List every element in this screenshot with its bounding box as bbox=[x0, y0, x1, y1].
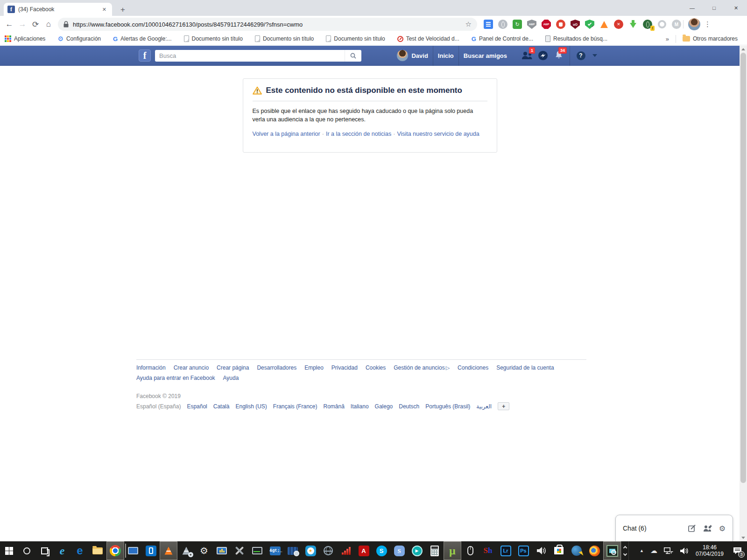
download-arrow-extension-icon[interactable] bbox=[628, 20, 638, 29]
footer-link[interactable]: Ayuda para entrar en Facebook bbox=[136, 375, 215, 381]
taskbar-speaker-app[interactable] bbox=[532, 541, 550, 560]
taskbar-your-phone[interactable] bbox=[142, 541, 160, 560]
taskbar-microsoft-store[interactable] bbox=[550, 541, 568, 560]
network-icon[interactable] bbox=[661, 541, 677, 560]
messenger-button[interactable] bbox=[535, 46, 551, 65]
language-link[interactable]: Català bbox=[213, 403, 230, 410]
language-link[interactable]: العربية bbox=[476, 403, 492, 410]
taskbar-firefox[interactable] bbox=[585, 541, 603, 560]
language-link[interactable]: Română bbox=[324, 403, 345, 410]
friend-requests-button[interactable]: 1 bbox=[519, 46, 535, 65]
taskbar-lightroom[interactable]: Lr bbox=[497, 541, 514, 560]
translate-extension-icon[interactable] bbox=[484, 20, 493, 29]
scrollbar-thumb[interactable] bbox=[740, 53, 746, 483]
taskbar-scroll[interactable] bbox=[621, 541, 629, 560]
page-scrollbar[interactable] bbox=[740, 46, 747, 541]
scroll-down-icon[interactable] bbox=[623, 552, 627, 555]
taskbar-star-app[interactable]: ★ bbox=[302, 541, 319, 560]
find-friends-link[interactable]: Buscar amigos bbox=[459, 46, 512, 65]
taskbar-media-player[interactable]: ▶ bbox=[408, 541, 426, 560]
footer-link[interactable]: Ayuda bbox=[223, 375, 239, 381]
taskbar-utorrent-active[interactable]: µ bbox=[444, 541, 461, 560]
footer-link[interactable]: Crear página bbox=[217, 364, 249, 371]
globe-extension-icon[interactable] bbox=[498, 20, 507, 29]
shield-check-extension-icon[interactable]: 4 bbox=[585, 20, 594, 29]
language-link[interactable]: Deutsch bbox=[399, 403, 419, 410]
new-message-icon[interactable] bbox=[688, 525, 696, 532]
footer-link[interactable]: Información bbox=[136, 364, 166, 371]
adblock-plus-extension-icon[interactable]: ABP bbox=[542, 20, 551, 29]
search-input[interactable] bbox=[155, 52, 345, 59]
taskbar-system-monitor[interactable] bbox=[213, 541, 231, 560]
footer-link-ad-choices[interactable]: Gestión de anuncios▷ bbox=[394, 364, 450, 371]
home-link[interactable]: Inicio bbox=[433, 46, 458, 65]
go-to-newsfeed-link[interactable]: Ir a la sección de noticias bbox=[326, 131, 391, 137]
screen-capture-extension-icon[interactable]: ↻ bbox=[513, 20, 522, 29]
taskbar-edge[interactable]: e bbox=[71, 541, 89, 560]
taskbar-globe-tool[interactable] bbox=[568, 541, 585, 560]
language-link[interactable]: Galego bbox=[375, 403, 393, 410]
notifications-button[interactable]: 34 bbox=[551, 46, 567, 65]
taskbar-internet-explorer[interactable]: e bbox=[53, 541, 71, 560]
bookmark-item-document-1[interactable]: Documento sin título bbox=[184, 35, 243, 42]
bookmarks-overflow-icon[interactable]: » bbox=[666, 35, 669, 42]
taskbar-resource-monitor[interactable] bbox=[248, 541, 266, 560]
chat-settings-icon[interactable]: ⚙ bbox=[719, 524, 726, 533]
scroll-up-icon[interactable] bbox=[623, 546, 627, 549]
taskbar-chrome-active[interactable] bbox=[106, 541, 124, 560]
ads-shield-extension-icon[interactable]: ABP bbox=[527, 20, 536, 29]
taskbar-calculator[interactable] bbox=[426, 541, 444, 560]
chat-contacts-icon[interactable] bbox=[703, 525, 712, 532]
action-center-button[interactable]: 3 bbox=[727, 541, 747, 560]
footer-link[interactable]: Seguridad de la cuenta bbox=[496, 364, 554, 371]
address-bar[interactable]: https://www.facebook.com/100010462716130… bbox=[58, 18, 477, 31]
footer-link[interactable]: Cookies bbox=[366, 364, 386, 371]
hidden-icons-button[interactable]: ▲ bbox=[636, 541, 647, 560]
minimize-button[interactable]: — bbox=[681, 0, 703, 16]
taskbar-file-explorer[interactable] bbox=[89, 541, 106, 560]
taskbar-admin-tools[interactable] bbox=[231, 541, 248, 560]
profile-link[interactable]: David bbox=[411, 46, 432, 65]
home-icon[interactable]: ⌂ bbox=[42, 18, 55, 31]
language-link[interactable]: Português (Brasil) bbox=[425, 403, 470, 410]
new-tab-button[interactable]: + bbox=[117, 4, 129, 16]
taskbar-samsung-flow[interactable]: S bbox=[390, 541, 408, 560]
add-language-button[interactable]: + bbox=[498, 402, 509, 410]
bookmark-star-icon[interactable]: ☆ bbox=[465, 20, 472, 28]
tab-close-icon[interactable]: ✕ bbox=[100, 6, 108, 14]
footer-link[interactable]: Empleo bbox=[304, 364, 324, 371]
footer-link[interactable]: Desarrolladores bbox=[257, 364, 296, 371]
taskbar-screen-magnifier-active[interactable] bbox=[603, 541, 621, 560]
back-to-previous-link[interactable]: Volver a la página anterior bbox=[253, 131, 320, 137]
vlc-cone-extension-icon[interactable] bbox=[599, 20, 609, 29]
language-link[interactable]: Italiano bbox=[351, 403, 369, 410]
bookmark-item-search-results[interactable]: Resultados de búsq... bbox=[545, 35, 607, 42]
visit-help-link[interactable]: Visita nuestro servicio de ayuda bbox=[397, 131, 479, 137]
bookmark-item-document-2[interactable]: Documento sin título bbox=[255, 35, 314, 42]
ublock-origin-extension-icon[interactable]: uO bbox=[571, 20, 580, 29]
taskbar-clock[interactable]: 18:46 07/04/2019 bbox=[692, 544, 727, 557]
browser-profile-avatar[interactable] bbox=[688, 18, 700, 30]
forward-icon[interactable]: → bbox=[16, 18, 29, 31]
taskbar-sh-app[interactable]: Sh bbox=[479, 541, 497, 560]
onedrive-cloud-icon[interactable]: ☁ bbox=[647, 541, 661, 560]
apps-shortcut[interactable]: Aplicaciones bbox=[5, 35, 45, 42]
volume-icon[interactable] bbox=[677, 541, 692, 560]
language-link[interactable]: English (US) bbox=[235, 403, 267, 410]
globe-alert-extension-icon[interactable]: ! bbox=[643, 20, 652, 29]
blocker-extension-icon[interactable]: ✕ bbox=[614, 20, 623, 29]
bookmark-item-settings[interactable]: ⚙ Configuración bbox=[57, 35, 101, 42]
taskbar-vlc-active[interactable] bbox=[160, 541, 177, 560]
help-button[interactable]: ? bbox=[573, 46, 589, 65]
other-bookmarks-folder[interactable]: Otros marcadores bbox=[683, 35, 738, 42]
taskbar-disc-burner[interactable] bbox=[177, 541, 195, 560]
taskbar-globe-app[interactable] bbox=[319, 541, 337, 560]
account-menu-button[interactable] bbox=[589, 46, 601, 65]
adblock-hand-extension-icon[interactable] bbox=[556, 20, 565, 29]
m-extension-icon[interactable]: M bbox=[672, 20, 681, 29]
chat-bar[interactable]: Chat (6) ⚙ bbox=[615, 515, 733, 541]
bookmark-item-speed-test[interactable]: Test de Velocidad d... bbox=[397, 35, 459, 42]
url-text[interactable]: https://www.facebook.com/100010462716130… bbox=[73, 21, 462, 28]
back-icon[interactable]: ← bbox=[3, 18, 16, 31]
taskbar-remote-desktop[interactable] bbox=[124, 541, 142, 560]
